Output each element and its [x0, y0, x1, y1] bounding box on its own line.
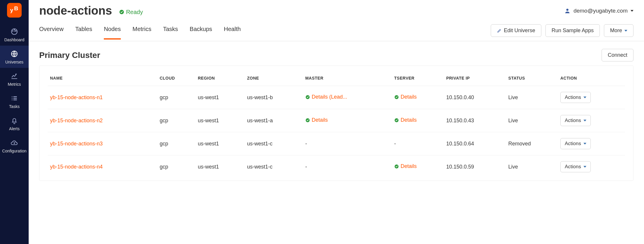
tab-tables[interactable]: Tables [75, 26, 92, 39]
caret-down-icon [631, 10, 633, 12]
master-details-link[interactable]: Details (Lead... [305, 94, 347, 100]
connect-button[interactable]: Connect [602, 49, 633, 61]
user-label: demo@yugabyte.com [574, 8, 628, 14]
svg-text:B: B [14, 5, 18, 11]
node-name-link[interactable]: yb-15-node-actions-n4 [50, 164, 103, 170]
tabs: Overview Tables Nodes Metrics Tasks Back… [39, 26, 241, 39]
node-name-link[interactable]: yb-15-node-actions-n3 [50, 141, 103, 147]
check-circle-icon [305, 118, 310, 123]
row-actions-button[interactable]: Actions [560, 92, 591, 103]
col-name: NAME [48, 73, 157, 86]
svg-point-4 [16, 31, 16, 31]
cell-region: us-west1 [196, 86, 245, 109]
cell-region: us-west1 [196, 109, 245, 132]
cell-status: Live [506, 155, 558, 178]
cell-private-ip: 10.150.0.40 [444, 86, 506, 109]
sidebar-item-label: Tasks [9, 104, 20, 109]
sidebar-item-label: Alerts [9, 126, 20, 131]
master-details-link[interactable]: Details [305, 117, 328, 123]
list-icon [10, 94, 18, 102]
check-circle-icon [119, 9, 124, 15]
tab-overview[interactable]: Overview [39, 26, 63, 39]
user-menu[interactable]: demo@yugabyte.com [564, 8, 633, 14]
col-zone: ZONE [245, 73, 303, 86]
cell-zone: us-west1-c [245, 155, 303, 178]
col-status: STATUS [506, 73, 558, 86]
sidebar-item-alerts[interactable]: Alerts [0, 112, 29, 135]
page-title: node-actions [39, 4, 112, 17]
sidebar-item-universes[interactable]: Universes [0, 46, 29, 68]
table-row: yb-15-node-actions-n1gcpus-west1us-west1… [48, 86, 625, 109]
check-circle-icon [394, 95, 399, 99]
logo[interactable]: yB [7, 3, 22, 18]
svg-point-3 [13, 31, 13, 31]
sidebar-item-label: Metrics [8, 82, 21, 87]
cell-master: - [305, 141, 307, 147]
user-icon [564, 8, 571, 14]
node-name-link[interactable]: yb-15-node-actions-n1 [50, 94, 103, 100]
tab-metrics[interactable]: Metrics [132, 26, 151, 39]
cell-master: - [305, 164, 307, 170]
status-badge: Ready [119, 9, 143, 16]
sidebar-item-dashboard[interactable]: Dashboard [0, 23, 29, 46]
tab-backups[interactable]: Backups [190, 26, 212, 39]
cloud-upload-icon [10, 139, 18, 147]
caret-down-icon [583, 97, 586, 98]
cell-zone: us-west1-a [245, 109, 303, 132]
dashboard-icon [10, 28, 18, 36]
tab-tasks[interactable]: Tasks [163, 26, 178, 39]
node-name-link[interactable]: yb-15-node-actions-n2 [50, 118, 103, 123]
sidebar-item-label: Configuration [2, 149, 26, 153]
cell-zone: us-west1-b [245, 86, 303, 109]
chart-line-icon [10, 72, 18, 80]
row-actions-button[interactable]: Actions [560, 138, 591, 149]
cell-cloud: gcp [157, 109, 196, 132]
cell-status: Live [506, 109, 558, 132]
cell-status: Removed [506, 132, 558, 155]
cell-zone: us-west1-c [245, 132, 303, 155]
tserver-details-link[interactable]: Details [394, 94, 417, 100]
bell-icon [10, 116, 18, 125]
cell-private-ip: 10.150.0.43 [444, 109, 506, 132]
cell-cloud: gcp [157, 132, 196, 155]
tserver-details-link[interactable]: Details [394, 117, 417, 123]
check-circle-icon [394, 164, 399, 169]
sidebar-item-label: Dashboard [4, 37, 25, 42]
row-actions-button[interactable]: Actions [560, 115, 591, 126]
sidebar-item-tasks[interactable]: Tasks [0, 90, 29, 112]
col-cloud: CLOUD [157, 73, 196, 86]
row-actions-button[interactable]: Actions [560, 161, 591, 172]
cell-private-ip: 10.150.0.64 [444, 132, 506, 155]
cell-status: Live [506, 86, 558, 109]
sidebar-item-configuration[interactable]: Configuration [0, 135, 29, 157]
caret-down-icon [583, 120, 586, 121]
cell-region: us-west1 [196, 132, 245, 155]
svg-point-5 [14, 29, 15, 30]
sidebar: yB Dashboard Universes Metrics Tasks [0, 0, 29, 244]
table-row: yb-15-node-actions-n4gcpus-west1us-west1… [48, 155, 625, 178]
col-region: REGION [196, 73, 245, 86]
caret-down-icon [583, 166, 586, 168]
col-action: ACTION [558, 73, 625, 86]
col-master: MASTER [303, 73, 392, 86]
table-row: yb-15-node-actions-n2gcpus-west1us-west1… [48, 109, 625, 132]
cell-private-ip: 10.150.0.59 [444, 155, 506, 178]
tab-nodes[interactable]: Nodes [104, 26, 121, 39]
tab-health[interactable]: Health [224, 26, 241, 39]
nodes-table-card: NAME CLOUD REGION ZONE MASTER TSERVER PR… [39, 66, 633, 181]
more-button[interactable]: More [604, 24, 633, 37]
edit-universe-button[interactable]: Edit Universe [491, 24, 541, 37]
col-private-ip: PRIVATE IP [444, 73, 506, 86]
cell-tserver: - [394, 141, 396, 147]
run-sample-apps-button[interactable]: Run Sample Apps [545, 24, 600, 37]
topbar: node-actions Ready demo@yugabyte.com [29, 0, 644, 20]
tserver-details-link[interactable]: Details [394, 163, 417, 169]
section-title: Primary Cluster [39, 51, 100, 60]
cell-cloud: gcp [157, 155, 196, 178]
sidebar-item-label: Universes [5, 60, 23, 64]
globe-icon [10, 50, 18, 58]
sidebar-item-metrics[interactable]: Metrics [0, 68, 29, 90]
cell-region: us-west1 [196, 155, 245, 178]
caret-down-icon [624, 30, 627, 32]
table-row: yb-15-node-actions-n3gcpus-west1us-west1… [48, 132, 625, 155]
